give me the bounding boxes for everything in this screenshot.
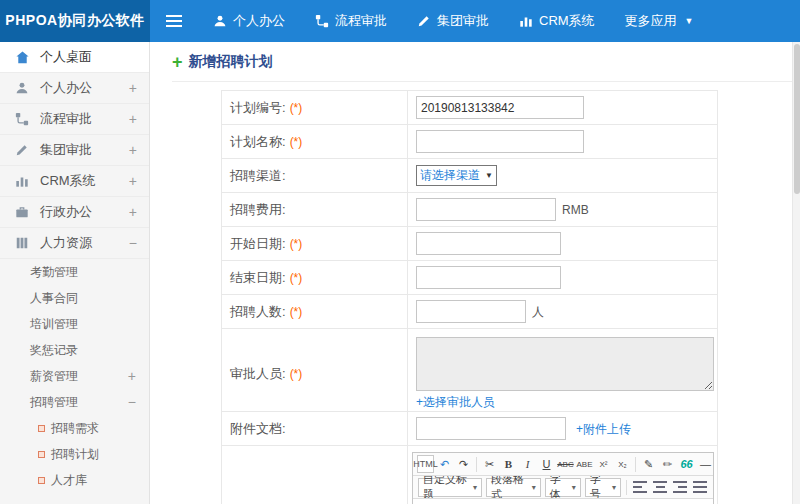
superscript-button[interactable]: X² [595,455,612,473]
nav-label: 更多应用 [625,12,677,30]
collapse-icon[interactable]: − [128,395,136,409]
sidebar-item-label: 人事合同 [30,290,78,307]
toolbar-divider [635,457,636,472]
expand-icon[interactable]: + [128,369,136,383]
attachment-input[interactable] [416,417,566,440]
sidebar-item-personal-office[interactable]: 个人办公 + [0,73,149,104]
sidebar-item-label: CRM系统 [40,172,96,190]
pencil-button[interactable]: ✎ [640,455,657,473]
font-size-dropdown[interactable]: 字号 ▾ [585,478,621,497]
sidebar-item-label: 人才库 [51,472,87,489]
horizontal-rule-button[interactable]: — [697,455,713,473]
sidebar-item-admin-office[interactable]: 行政办公 + [0,197,149,228]
field-label: 招聘人数: [230,304,286,319]
html-source-button[interactable]: HTML [417,455,434,473]
scrollbar-thumb[interactable] [794,44,800,194]
sidebar-item-human-resources[interactable]: 人力资源 − [0,228,149,259]
channel-select[interactable]: 请选择渠道 ▼ [416,165,497,186]
cut-button[interactable]: ✂ [481,455,498,473]
bold-button[interactable]: B [500,455,517,473]
sidebar-item-label: 个人办公 [40,79,92,97]
toolbar-divider [626,480,627,495]
sidebar-item-hr-contract[interactable]: 人事合同 [0,285,149,311]
paragraph-format-dropdown[interactable]: 段落格式 ▾ [486,478,541,497]
start-date-input[interactable] [416,232,561,255]
nav-crm-system[interactable]: CRM系统 [504,0,610,42]
sidebar-item-label: 考勤管理 [30,264,78,281]
sidebar-item-talent-pool[interactable]: 人才库 [0,467,149,493]
expand-icon[interactable]: + [129,81,137,95]
align-right-button[interactable] [673,481,687,493]
chevron-down-icon: ▾ [473,483,477,492]
toolbar-divider [476,457,477,472]
sidebar-item-salary[interactable]: 薪资管理 + [0,363,149,389]
nav-workflow-approval[interactable]: 流程审批 [300,0,402,42]
align-justify-button[interactable] [693,481,707,493]
bullet-icon [38,477,45,484]
expand-icon[interactable]: + [129,143,137,157]
sidebar-item-training[interactable]: 培训管理 [0,311,149,337]
field-label: 招聘费用: [230,202,286,217]
subscript-button[interactable]: X₂ [614,455,631,473]
sidebar-item-label: 人力资源 [40,234,92,252]
sidebar-item-label: 行政办公 [40,203,92,221]
bar-chart-icon [519,14,533,28]
table-row: HTML ↶ ↷ ✂ B I U ABC ABE X² [222,446,718,504]
undo-button[interactable]: ↶ [436,455,453,473]
headcount-input[interactable] [416,300,526,323]
choose-approver-link[interactable]: +选择审批人员 [416,395,495,409]
sidebar-item-recruit-need[interactable]: 招聘需求 [0,415,149,441]
sidebar-item-desktop[interactable]: 个人桌面 [0,42,149,73]
dropdown-label: 字体 [550,476,567,499]
nav-more-apps[interactable]: 更多应用 ▼ [610,0,709,42]
sidebar-item-recruit-mgmt[interactable]: 招聘管理 − [0,389,149,415]
sidebar-item-crm-system[interactable]: CRM系统 + [0,166,149,197]
approver-textarea[interactable] [416,337,714,391]
nav-label: 集团审批 [437,12,489,30]
vertical-scrollbar[interactable] [792,42,800,504]
home-icon [15,50,33,65]
sidebar-item-rewards[interactable]: 奖惩记录 [0,337,149,363]
sidebar-item-attendance[interactable]: 考勤管理 [0,259,149,285]
redo-button[interactable]: ↷ [455,455,472,473]
end-date-input[interactable] [416,266,561,289]
plan-no-input[interactable] [416,96,584,119]
nav-group-approval[interactable]: 集团审批 [402,0,504,42]
sidebar-item-recruit-plan[interactable]: 招聘计划 [0,441,149,467]
table-row: 结束日期:(*) [222,261,718,295]
expand-icon[interactable]: + [129,174,137,188]
align-left-button[interactable] [633,481,647,493]
nav-personal-office[interactable]: 个人办公 [198,0,300,42]
font-family-dropdown[interactable]: 字体 ▾ [545,478,581,497]
sidebar-item-group-approval[interactable]: 集团审批 + [0,135,149,166]
fee-input[interactable] [416,198,556,221]
custom-title-dropdown[interactable]: 自定义标题 ▾ [418,478,482,497]
remove-format-button[interactable]: ABE [576,455,593,473]
add-icon: + [172,53,183,71]
app-logo: PHPOA协同办公软件 [0,0,150,42]
field-label: 计划编号: [230,100,286,115]
attachment-upload-link[interactable]: +附件上传 [576,422,631,436]
sidebar-item-label: 流程审批 [40,110,92,128]
table-row: 招聘费用: RMB [222,193,718,227]
menu-toggle-button[interactable] [150,0,198,42]
plan-name-input[interactable] [416,130,584,153]
italic-button[interactable]: I [519,455,536,473]
table-row: 审批人员:(*) +选择审批人员 [222,329,718,412]
edit-icon [15,143,33,157]
collapse-icon[interactable]: − [129,236,137,250]
underline-button[interactable]: U [538,455,555,473]
strikethrough-button[interactable]: ABC [557,455,574,473]
expand-icon[interactable]: + [129,112,137,126]
blockquote-button[interactable]: 66 [678,455,695,473]
align-center-button[interactable] [653,481,667,493]
editor-content-area[interactable] [413,499,713,504]
sidebar-item-workflow-approval[interactable]: 流程审批 + [0,104,149,135]
table-row: 计划编号:(*) [222,91,718,125]
expand-icon[interactable]: + [129,205,137,219]
bullet-icon [38,451,45,458]
format-brush-button[interactable]: ✏ [659,455,676,473]
recruit-plan-form: 计划编号:(*) 计划名称:(*) 招聘渠道: 请选择渠道 ▼ [221,90,718,504]
sidebar-item-label: 招聘计划 [51,446,99,463]
dropdown-label: 段落格式 [491,476,527,499]
